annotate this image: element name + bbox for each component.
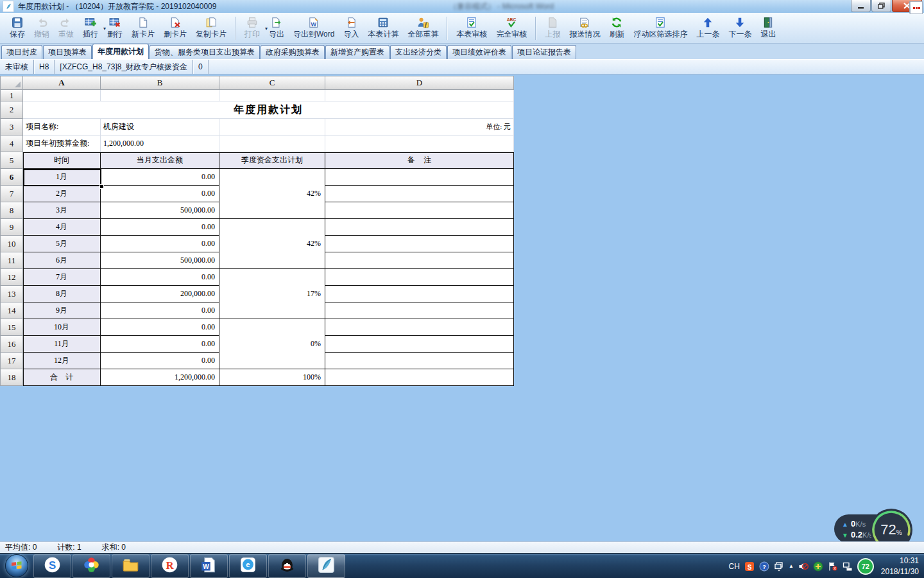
recalc-all-button[interactable]: f全部重算 xyxy=(404,15,441,41)
filter-sort-button[interactable]: 浮动区筛选排序 xyxy=(630,15,690,41)
remark-cell-16[interactable] xyxy=(325,336,514,353)
tab-6[interactable]: 新增资产购置表 xyxy=(325,45,389,59)
remark-cell-18[interactable] xyxy=(325,369,514,386)
table-header-time[interactable]: 时间 xyxy=(23,152,101,169)
month-cell-16[interactable]: 11月 xyxy=(23,336,101,353)
month-cell-12[interactable]: 7月 xyxy=(23,269,101,286)
spreadsheet-cell[interactable] xyxy=(23,90,101,101)
refresh-button[interactable]: 刷新 xyxy=(606,15,628,41)
spreadsheet-cell[interactable] xyxy=(219,136,325,152)
month-cell-8[interactable]: 3月 xyxy=(23,202,101,219)
remark-cell-17[interactable] xyxy=(325,353,514,369)
month-cell-18[interactable]: 合 计 xyxy=(23,369,101,386)
amount-cell-12[interactable]: 0.00 xyxy=(101,269,219,286)
tab-9[interactable]: 项目论证报告表 xyxy=(512,45,576,59)
sogou-tray-icon[interactable]: S xyxy=(744,561,755,572)
row-header-18[interactable]: 18 xyxy=(0,369,23,386)
unit-cell[interactable]: 单位: 元 xyxy=(325,119,514,136)
remark-cell-14[interactable] xyxy=(325,302,514,319)
amount-cell-11[interactable]: 500,000.00 xyxy=(101,252,219,269)
info-segment-1[interactable]: 未审核 xyxy=(0,60,34,74)
spreadsheet-cell[interactable] xyxy=(101,90,219,101)
audit-table-button[interactable]: 本表审核 xyxy=(453,15,490,41)
table-header-quarter[interactable]: 季度资金支出计划 xyxy=(219,152,325,169)
undo-button[interactable]: 撤销 xyxy=(31,15,53,41)
remark-cell-7[interactable] xyxy=(325,186,514,202)
tab-3[interactable]: 年度用款计划 xyxy=(92,44,149,59)
info-segment-2[interactable]: H8 xyxy=(34,60,55,74)
security-shield-icon[interactable] xyxy=(813,561,823,572)
taskbar-app-pinwheel-browser[interactable] xyxy=(73,554,110,578)
language-indicator[interactable]: CH xyxy=(729,562,740,571)
remark-cell-12[interactable] xyxy=(325,269,514,286)
month-cell-13[interactable]: 8月 xyxy=(23,286,101,302)
amount-cell-17[interactable]: 0.00 xyxy=(101,353,219,369)
help-tray-icon[interactable]: ? xyxy=(759,561,769,572)
sheet-title-cell[interactable]: 年度用款计划 xyxy=(23,101,514,119)
amount-cell-8[interactable]: 500,000.00 xyxy=(101,202,219,219)
amount-cell-7[interactable]: 0.00 xyxy=(101,186,219,202)
month-cell-17[interactable]: 12月 xyxy=(23,353,101,369)
row-header-11[interactable]: 11 xyxy=(0,252,23,269)
taskbar-app-sogou-browser[interactable]: S xyxy=(33,554,71,578)
row-header-7[interactable]: 7 xyxy=(0,186,23,202)
remark-cell-8[interactable] xyxy=(325,202,514,219)
ime-panel-icon[interactable] xyxy=(774,561,784,572)
copy-card-button[interactable]: 复制卡片 xyxy=(193,15,230,41)
project-name-label-cell[interactable]: 项目名称: xyxy=(23,119,101,136)
save-button[interactable]: 保存 xyxy=(6,15,28,41)
row-header-5[interactable]: 5 xyxy=(0,152,23,169)
minimize-button[interactable] xyxy=(851,0,871,12)
month-cell-10[interactable]: 5月 xyxy=(23,236,101,252)
info-segment-3[interactable]: [XZFCG_H8_73]8_财政专户核拨资金 xyxy=(55,60,193,74)
quarter-cell-12[interactable]: 17% xyxy=(219,269,325,319)
new-card-button[interactable]: 新卡片 xyxy=(128,15,158,41)
quarter-cell-15[interactable]: 0% xyxy=(219,319,325,369)
row-header-9[interactable]: 9 xyxy=(0,219,23,236)
amount-cell-18[interactable]: 1,200,000.00 xyxy=(101,369,219,386)
tab-1[interactable]: 项目封皮 xyxy=(1,45,42,59)
remark-cell-13[interactable] xyxy=(325,286,514,302)
next-item-button[interactable]: 下一条 xyxy=(725,15,755,41)
submit-button[interactable]: 上报 xyxy=(542,15,563,41)
print-button[interactable]: ▾打印 xyxy=(241,15,263,41)
spreadsheet-cell[interactable] xyxy=(325,136,514,152)
export-button[interactable]: 导出 xyxy=(266,15,287,41)
row-header-2[interactable]: 2 xyxy=(0,101,23,119)
amount-cell-9[interactable]: 0.00 xyxy=(101,219,219,236)
row-header-15[interactable]: 15 xyxy=(0,319,23,336)
tab-7[interactable]: 支出经济分类 xyxy=(390,45,447,59)
tab-4[interactable]: 货物、服务类项目支出预算表 xyxy=(150,45,260,59)
quarter-cell-9[interactable]: 42% xyxy=(219,219,325,269)
start-button[interactable] xyxy=(0,554,33,578)
redo-button[interactable]: 重做 xyxy=(55,15,77,41)
column-header-a[interactable]: A xyxy=(23,76,101,90)
month-cell-15[interactable]: 10月 xyxy=(23,319,101,336)
row-header-12[interactable]: 12 xyxy=(0,269,23,286)
delete-row-button[interactable]: 删行 xyxy=(104,15,126,41)
quarter-cell-18[interactable]: 100% xyxy=(219,369,325,386)
taskbar-app-qq[interactable] xyxy=(268,554,306,578)
tab-2[interactable]: 项目预算表 xyxy=(43,45,92,59)
quarter-cell-6[interactable]: 42% xyxy=(219,169,325,219)
remark-cell-9[interactable] xyxy=(325,219,514,236)
row-header-4[interactable]: 4 xyxy=(0,136,23,152)
tab-5[interactable]: 政府采购预算表 xyxy=(261,45,325,59)
exit-button[interactable]: 退出 xyxy=(757,15,779,41)
column-header-b[interactable]: B xyxy=(101,76,219,90)
row-header-17[interactable]: 17 xyxy=(0,353,23,369)
amount-cell-15[interactable]: 0.00 xyxy=(101,319,219,336)
prev-item-button[interactable]: 上一条 xyxy=(693,15,723,41)
taskbar-clock[interactable]: 10:31 2018/11/30 xyxy=(881,556,919,576)
month-cell-14[interactable]: 9月 xyxy=(23,302,101,319)
select-all-corner[interactable] xyxy=(0,76,23,90)
amount-cell-14[interactable]: 0.00 xyxy=(101,302,219,319)
month-cell-11[interactable]: 6月 xyxy=(23,252,101,269)
row-header-16[interactable]: 16 xyxy=(0,336,23,353)
taskbar-app-e-messenger[interactable]: e xyxy=(229,554,267,578)
restore-button[interactable] xyxy=(871,0,891,12)
table-header-remark[interactable]: 备 注 xyxy=(325,152,514,169)
month-cell-9[interactable]: 4月 xyxy=(23,219,101,236)
budget-label-cell[interactable]: 项目年初预算金额: xyxy=(23,136,101,152)
info-segment-4[interactable]: 0 xyxy=(193,60,209,74)
